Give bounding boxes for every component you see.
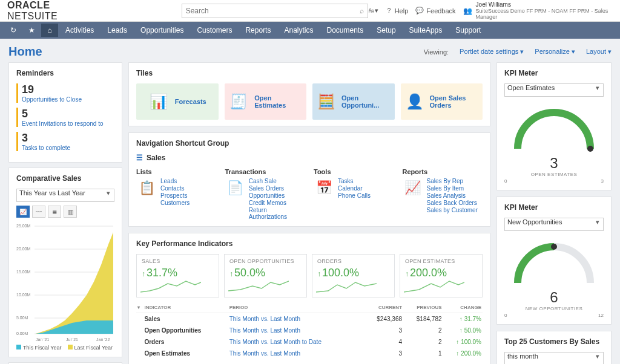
svg-text:15.00M: 15.00M [16, 270, 31, 274]
nav-support[interactable]: Support [449, 26, 487, 34]
sales-icon: 👤 [406, 91, 424, 112]
search-input[interactable] [186, 7, 360, 15]
kpi-sales[interactable]: SALES 31.7% [136, 254, 219, 297]
history-icon[interactable]: ↻ [5, 24, 22, 37]
link-sales-analysis[interactable]: Sales Analysis [427, 192, 478, 199]
layout-link[interactable]: Layout ▾ [586, 48, 612, 56]
meter1-select[interactable]: Open Estimates [504, 83, 604, 97]
nav-analytics[interactable]: Analytics [278, 26, 319, 34]
top25-title: Top 25 Customers By Sales [504, 337, 604, 346]
kpi-table: ▾ INDICATORPERIOD CURRENTPREVIOUSCHANGE … [136, 302, 483, 359]
reminder-link[interactable]: Opportunities to Close [22, 96, 114, 103]
table-row[interactable]: OrdersThis Month vs. Last Month to Date4… [136, 336, 483, 348]
link-returns[interactable]: Return Authorizations [249, 207, 305, 220]
nav-opportunities[interactable]: Opportunities [134, 26, 190, 34]
reminder-link[interactable]: Tasks to complete [22, 145, 114, 151]
chart-list-icon[interactable]: ≣ [48, 206, 61, 218]
help-link[interactable]: ？Help [386, 6, 409, 15]
svg-text:10.00M: 10.00M [16, 293, 31, 297]
nav-setup[interactable]: Setup [371, 26, 401, 34]
svg-point-16 [551, 244, 557, 250]
kpi-open-opps[interactable]: OPEN OPPORTUNITIES 50.0% [224, 254, 307, 297]
meter2-select[interactable]: New Opportunities [504, 218, 604, 231]
top25-card: Top 25 Customers By Sales this month 〰 ≣… [496, 331, 612, 364]
top25-select[interactable]: this month [504, 352, 604, 364]
reports-icon: 📈 [403, 178, 423, 198]
link-customers[interactable]: Customers [160, 200, 190, 206]
comparative-title: Comparative Sales [16, 174, 114, 183]
feedback-link[interactable]: 💬Feedback [415, 7, 455, 15]
link-sales-orders[interactable]: Sales Orders [249, 185, 305, 192]
link-sales-rep[interactable]: Sales By Rep [427, 178, 478, 184]
question-icon: ？ [386, 6, 392, 15]
tile-open-estimates[interactable]: 🧾Open Estimates [225, 83, 307, 120]
nav-reports[interactable]: Reports [239, 26, 277, 34]
lists-icon: 📋 [136, 178, 157, 198]
comparative-select[interactable]: This Year vs Last Year [16, 189, 114, 202]
table-row[interactable]: Open EstimatesThis Month vs. Last Month3… [136, 348, 483, 359]
topbar-right: 🗛▾ ？Help 💬Feedback 👥 Joel Williams Suite… [368, 1, 613, 20]
reminder-count: 19 [22, 83, 114, 96]
nav-customers[interactable]: Customers [191, 26, 238, 34]
viewing-label: Viewing: [424, 48, 449, 56]
search-icon: ⌕ [360, 7, 364, 15]
forecast-icon: 📊 [148, 91, 169, 112]
calendar-icon: 📅 [314, 178, 334, 198]
opportunity-icon: 🧮 [317, 91, 335, 112]
user-name: Joel Williams [476, 1, 613, 8]
gauge-icon [506, 100, 602, 155]
meter2-value: 6 [550, 289, 558, 306]
chart-bar-icon[interactable]: ▥ [64, 206, 77, 218]
global-search[interactable]: ⌕ [182, 4, 368, 18]
link-tasks[interactable]: Tasks [338, 178, 371, 184]
table-row[interactable]: SalesThis Month vs. Last Month$243,368$1… [136, 313, 483, 325]
chart-line-icon[interactable]: 〰 [32, 206, 45, 218]
nav-suiteapps[interactable]: SuiteApps [403, 26, 449, 34]
star-icon[interactable]: ★ [23, 24, 40, 37]
brand-logo: ORACLE NETSUITE [7, 0, 97, 22]
reminders-card: Reminders 19Opportunities to Close 5Even… [8, 62, 122, 163]
tile-forecasts[interactable]: 📊Forecasts [136, 83, 219, 120]
shortcut-title: Navigation Shortcut Group [136, 139, 483, 148]
legend-last-year: Last Fiscal Year [74, 345, 113, 351]
link-phone[interactable]: Phone Calls [338, 192, 371, 199]
language-icon[interactable]: 🗛▾ [368, 7, 378, 15]
chart-area-icon[interactable]: 📈 [16, 206, 30, 218]
hamburger-icon: ☰ [136, 154, 143, 162]
table-row[interactable]: Open OpportunitiesThis Month vs. Last Mo… [136, 325, 483, 336]
meter1-value: 3 [550, 155, 558, 172]
meter2-label: NEW OPPORTUNITIES [526, 306, 583, 311]
link-back-orders[interactable]: Sales Back Orders [427, 200, 478, 206]
reminder-count: 3 [22, 132, 114, 145]
user-menu[interactable]: 👥 Joel Williams SuiteSuccess Demo FF PRM… [463, 1, 613, 20]
nav-documents[interactable]: Documents [321, 26, 370, 34]
home-icon[interactable]: ⌂ [41, 24, 58, 37]
link-sales-item[interactable]: Sales By Item [427, 185, 478, 192]
kpi-orders[interactable]: ORDERS 100.0% [312, 254, 395, 297]
reminder-link[interactable]: Event Invitations to respond to [22, 120, 114, 127]
kpi-open-est[interactable]: OPEN ESTIMATES 200.0% [400, 254, 483, 297]
tile-open-sales-orders[interactable]: 👤Open Sales Orders [401, 83, 483, 120]
link-prospects[interactable]: Prospects [160, 192, 190, 199]
link-credit-memos[interactable]: Credit Memos [249, 200, 305, 206]
link-opps[interactable]: Opportunities [249, 192, 305, 199]
link-calendar[interactable]: Calendar [338, 185, 371, 192]
nav-leads[interactable]: Leads [101, 26, 133, 34]
link-contacts[interactable]: Contacts [160, 185, 190, 192]
link-leads[interactable]: Leads [160, 178, 190, 184]
estimate-icon: 🧾 [229, 91, 249, 112]
reminder-count: 5 [22, 108, 114, 120]
kpi-title: Key Performance Indicators [136, 239, 483, 248]
viewing-select[interactable]: Portlet date settings ▾ [460, 48, 524, 56]
meter1-label: OPEN ESTIMATES [531, 172, 578, 177]
tile-open-opportunities[interactable]: 🧮Open Opportuni... [312, 83, 395, 120]
nav-activities[interactable]: Activities [59, 26, 100, 34]
link-sales-customer[interactable]: Sales by Customer [427, 207, 478, 213]
svg-text:Jan '22: Jan '22 [96, 337, 110, 342]
kpi-meter-1: KPI Meter Open Estimates 3 OPEN ESTIMATE… [496, 62, 612, 190]
transactions-icon: 📄 [225, 178, 245, 198]
link-cash-sale[interactable]: Cash Sale [249, 178, 305, 184]
legend-this-year: This Fiscal Year [23, 345, 62, 351]
personalize-link[interactable]: Personalize ▾ [535, 48, 575, 56]
speech-icon: 💬 [415, 7, 424, 15]
